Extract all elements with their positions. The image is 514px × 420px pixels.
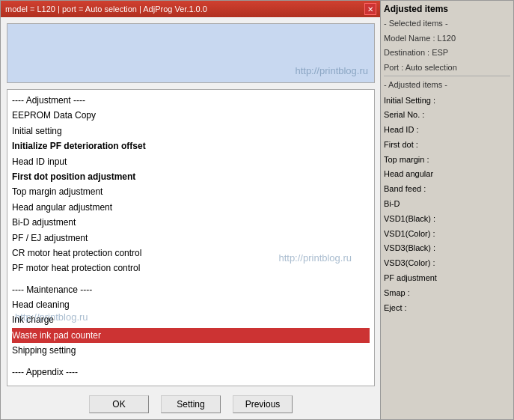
adjusted-label-9: VSD1(Color) :	[384, 227, 510, 242]
list-item-maint-header: ---- Maintenance ----	[12, 282, 370, 297]
title-bar: model = L120 | port = Auto selection | A…	[1, 1, 381, 17]
list-item-shipping[interactable]: Shipping setting	[12, 343, 370, 358]
list-item-head-clean[interactable]: Head cleaning	[12, 297, 370, 312]
list-item-waste-ink[interactable]: Waste ink pad counter	[12, 328, 370, 343]
preview-area: http://printblog.ru	[7, 23, 375, 83]
adjusted-section-label: - Adjusted items -	[384, 79, 510, 91]
list-item-top-margin[interactable]: Top margin adjustment	[12, 184, 370, 199]
adjusted-label-12: PF adjustment	[384, 271, 510, 286]
adjusted-label-10: VSD3(Black) :	[384, 241, 510, 256]
model-name-label: Model Name : L120	[384, 32, 510, 45]
panel-divider-1	[384, 76, 510, 76]
list-item-head-id[interactable]: Head ID input	[12, 154, 370, 169]
list-spacer	[12, 359, 370, 365]
adjusted-items-list: Initial Setting :Serial No. :Head ID :Fi…	[384, 94, 510, 316]
setting-button[interactable]: Setting	[161, 395, 221, 413]
list-container: ---- Adjustment ----EEPROM Data CopyInit…	[7, 89, 375, 386]
destination-label: Destination : ESP	[384, 46, 510, 59]
adjusted-label-1: Serial No. :	[384, 108, 510, 123]
list-item-head-angular[interactable]: Head angular adjustment	[12, 200, 370, 215]
list-item-pf-det[interactable]: Initialize PF deterioration offset	[12, 139, 370, 153]
list-item-bi-d[interactable]: Bi-D adjustment	[12, 215, 370, 230]
adjusted-label-2: Head ID :	[384, 123, 510, 138]
adjusted-label-5: Head angular	[384, 167, 510, 182]
list-item-initial[interactable]: Initial setting	[12, 124, 370, 139]
main-dialog: model = L120 | port = Auto selection | A…	[0, 0, 382, 420]
close-button[interactable]: ✕	[364, 3, 376, 15]
adjusted-label-13: Smap :	[384, 286, 510, 301]
list-item-append-header: ---- Appendix ----	[12, 365, 370, 380]
adjusted-label-6: Band feed :	[384, 182, 510, 197]
list-spacer	[12, 276, 370, 282]
adjusted-label-7: Bi-D	[384, 197, 510, 212]
list-item-ink-charge[interactable]: Ink charge	[12, 312, 370, 327]
adjusted-label-0: Initial Setting :	[384, 94, 510, 109]
list-item-pf-motor[interactable]: PF motor heat protection control	[12, 261, 370, 276]
list-item-eeprom[interactable]: EEPROM Data Copy	[12, 108, 370, 123]
panel-title: Adjusted items	[384, 4, 510, 14]
adjusted-label-14: Eject :	[384, 301, 510, 316]
adjusted-label-3: First dot :	[384, 138, 510, 153]
selected-section-label: - Selected items -	[384, 17, 510, 30]
list-item-first-dot[interactable]: First dot position adjustment	[12, 169, 370, 184]
list-item-adj-header: ---- Adjustment ----	[12, 93, 370, 108]
ok-button[interactable]: OK	[89, 395, 149, 413]
right-panel: Adjusted items - Selected items - Model …	[380, 0, 514, 420]
adjusted-label-11: VSD3(Color) :	[384, 256, 510, 271]
item-list[interactable]: ---- Adjustment ----EEPROM Data CopyInit…	[7, 90, 374, 386]
window-title: model = L120 | port = Auto selection | A…	[5, 4, 207, 13]
watermark-preview: http://printblog.ru	[295, 65, 368, 76]
port-label: Port : Auto selection	[384, 61, 510, 74]
adjusted-label-4: Top margin :	[384, 153, 510, 168]
list-item-cr-motor[interactable]: CR motor heat protection control	[12, 246, 370, 261]
previous-button[interactable]: Previous	[233, 395, 293, 413]
button-bar: OK Setting Previous	[1, 389, 381, 419]
adjusted-label-8: VSD1(Black) :	[384, 212, 510, 227]
list-item-pf-ej[interactable]: PF / EJ adjustment	[12, 231, 370, 246]
